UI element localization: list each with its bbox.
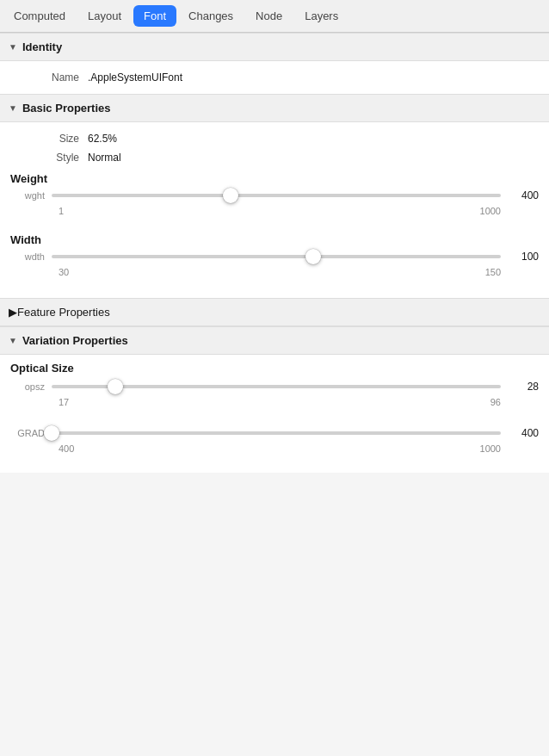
- width-slider-range: 30 150: [10, 267, 539, 277]
- style-row: Style Normal: [0, 150, 549, 165]
- grad-slider-track-container[interactable]: [52, 424, 501, 442]
- basic-properties-section-title: Basic Properties: [22, 102, 111, 115]
- identity-name-value: .AppleSystemUIFont: [88, 71, 182, 84]
- tab-node[interactable]: Node: [245, 5, 293, 27]
- weight-slider-value: 400: [508, 189, 539, 201]
- tab-computed[interactable]: Computed: [3, 5, 76, 27]
- opsz-axis-label: opsz: [10, 381, 45, 392]
- width-slider-title: Width: [10, 233, 41, 246]
- identity-name-label: Name: [10, 71, 79, 84]
- weight-axis-row: wght 400: [10, 187, 539, 204]
- identity-section-header[interactable]: ▼ Identity: [0, 33, 549, 61]
- opsz-slider-track-container[interactable]: [52, 378, 501, 395]
- style-label: Style: [10, 152, 79, 164]
- grad-slider-thumb[interactable]: [44, 425, 59, 441]
- opsz-slider-range: 17 96: [10, 397, 539, 407]
- weight-slider-title: Weight: [10, 172, 47, 185]
- identity-body: Name .AppleSystemUIFont: [0, 61, 549, 94]
- tab-font[interactable]: Font: [133, 5, 176, 27]
- weight-axis-label: wght: [10, 190, 45, 201]
- variation-properties-body: Optical Size opsz 28 17 96 GRAD: [0, 355, 549, 473]
- identity-section-title: Identity: [22, 40, 62, 53]
- feature-properties-section-header[interactable]: ▶ Feature Properties: [0, 298, 549, 326]
- width-slider-min: 30: [59, 267, 69, 277]
- tab-changes[interactable]: Changes: [178, 5, 244, 27]
- weight-slider-min: 1: [59, 206, 64, 216]
- weight-slider-track-container[interactable]: [52, 187, 501, 204]
- grad-slider-value: 400: [508, 427, 539, 439]
- width-axis-label: wdth: [10, 251, 45, 262]
- weight-slider-track: [52, 194, 501, 197]
- grad-axis-label: GRAD: [10, 428, 45, 438]
- feature-properties-section-title: Feature Properties: [17, 306, 110, 319]
- grad-slider-track: [52, 431, 501, 435]
- width-slider-group: Width wdth 100 30 150: [0, 230, 549, 291]
- width-axis-row: wdth 100: [10, 248, 539, 265]
- style-value: Normal: [88, 152, 121, 164]
- variation-properties-section-header[interactable]: ▼ Variation Properties: [0, 326, 549, 355]
- width-slider-max: 150: [485, 267, 501, 277]
- width-slider-thumb[interactable]: [305, 249, 321, 264]
- optical-size-title: Optical Size: [10, 362, 74, 375]
- opsz-slider-value: 28: [508, 381, 539, 393]
- tab-layers[interactable]: Layers: [294, 5, 349, 27]
- opsz-slider-max: 96: [490, 397, 501, 407]
- grad-slider-min: 400: [59, 443, 74, 454]
- opsz-slider-min: 17: [59, 397, 69, 407]
- opsz-slider-thumb[interactable]: [108, 379, 123, 394]
- basic-properties-arrow-icon: ▼: [9, 103, 17, 113]
- basic-properties-body: Size 62.5% Style Normal Weight wght 400: [0, 122, 549, 298]
- weight-slider-range: 1 1000: [10, 206, 539, 216]
- grad-slider-range: 400 1000: [10, 443, 539, 454]
- size-row: Size 62.5%: [0, 131, 549, 146]
- size-value: 62.5%: [88, 133, 117, 145]
- variation-properties-section-title: Variation Properties: [22, 334, 128, 347]
- identity-name-row: Name .AppleSystemUIFont: [0, 70, 549, 85]
- grad-slider-max: 1000: [480, 443, 501, 454]
- grad-axis-row: GRAD 400: [10, 424, 539, 442]
- weight-slider-thumb[interactable]: [223, 188, 238, 203]
- feature-properties-arrow-icon: ▶: [9, 306, 17, 319]
- optical-size-slider-group: Optical Size opsz 28 17 96: [0, 355, 549, 418]
- width-slider-value: 100: [508, 251, 539, 263]
- weight-slider-group: Weight wght 400 1 1000: [0, 169, 549, 230]
- width-slider-track-container[interactable]: [52, 248, 501, 265]
- size-label: Size: [10, 133, 79, 145]
- weight-slider-max: 1000: [480, 206, 501, 216]
- opsz-axis-row: opsz 28: [10, 378, 539, 395]
- basic-properties-section-header[interactable]: ▼ Basic Properties: [0, 94, 549, 122]
- font-panel: ▼ Identity Name .AppleSystemUIFont ▼ Bas…: [0, 33, 549, 473]
- opsz-slider-track: [52, 385, 501, 388]
- variation-properties-arrow-icon: ▼: [9, 336, 17, 345]
- tab-layout[interactable]: Layout: [77, 5, 132, 27]
- identity-arrow-icon: ▼: [9, 42, 17, 52]
- tab-bar: Computed Layout Font Changes Node Layers: [0, 0, 549, 33]
- grad-slider-group: GRAD 400 400 1000: [0, 418, 549, 464]
- width-slider-track: [52, 255, 501, 258]
